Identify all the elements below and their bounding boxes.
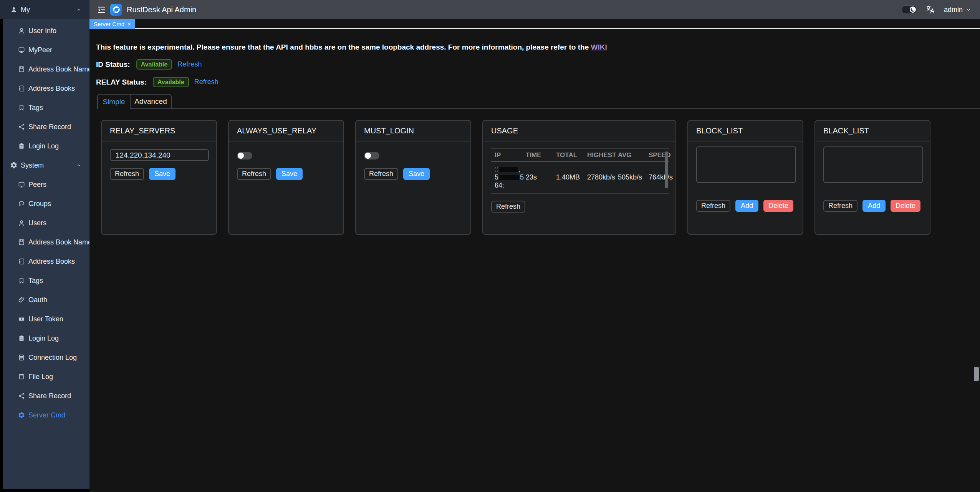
document-icon [18, 354, 25, 361]
header-actions: admin [902, 5, 972, 15]
user-menu[interactable]: admin [944, 6, 972, 14]
tabs-baseline [172, 108, 980, 109]
wiki-link[interactable]: WIKI [591, 43, 607, 51]
always-use-relay-switch[interactable] [237, 152, 252, 160]
book-icon [18, 65, 25, 73]
refresh-button[interactable]: Refresh [696, 200, 730, 212]
card-block-list: BLOCK_LIST Refresh Add Delete [687, 120, 803, 235]
page-scrollbar-thumb[interactable] [974, 367, 979, 381]
save-button[interactable]: Save [403, 168, 430, 180]
menu-fold-icon[interactable] [97, 5, 106, 15]
sidebar-item-tags[interactable]: Tags [3, 98, 89, 117]
sidebar-item-label: Users [28, 219, 46, 227]
sidebar-item-address-books[interactable]: Address Books [3, 79, 89, 98]
sidebar-item-label: Login Log [28, 334, 59, 342]
share-icon [18, 123, 25, 131]
user-icon [18, 219, 25, 227]
card-title: BLOCK_LIST [688, 121, 803, 141]
dark-mode-toggle[interactable] [902, 5, 917, 14]
chevron-up-icon [76, 162, 82, 168]
translate-icon[interactable] [925, 5, 935, 15]
sidebar-section-system[interactable]: System [3, 156, 89, 175]
sidebar-item-label: Address Books [28, 85, 75, 93]
relay-status-refresh-link[interactable]: Refresh [194, 78, 219, 86]
sidebar-section-label: My [21, 6, 30, 14]
close-icon[interactable]: × [127, 21, 131, 27]
id-status-badge: Available [136, 59, 172, 70]
sidebar-item-peers[interactable]: Peers [3, 175, 89, 194]
delete-button[interactable]: Delete [891, 200, 920, 212]
gear-filled-icon [18, 411, 25, 419]
tab-server-cmd[interactable]: Server Cmd × [89, 19, 135, 29]
sidebar-item-connection-log[interactable]: Connection Log [3, 348, 89, 367]
sidebar-item-login-log[interactable]: Login Log [3, 136, 89, 156]
user-icon [18, 27, 25, 35]
monitor-icon [18, 46, 25, 54]
sidebar-item-user-info[interactable]: User Info [3, 21, 89, 40]
sidebar-item-address-book-name[interactable]: Address Book Name [3, 60, 89, 79]
sidebar-item-users[interactable]: Users [3, 213, 89, 233]
delete-button[interactable]: Delete [763, 200, 793, 212]
sidebar-item-label: Oauth [28, 296, 47, 304]
must-login-switch[interactable] [364, 152, 379, 160]
sidebar-item-label: Address Book Names [28, 238, 89, 246]
col-total: TOTAL [553, 151, 584, 159]
tab-advanced[interactable]: Advanced [131, 94, 172, 109]
sidebar-item-oauth[interactable]: Oauth [3, 290, 89, 309]
clipboard-icon [18, 142, 25, 150]
black-list-textarea[interactable] [823, 146, 923, 183]
sidebar-section-my[interactable]: My [0, 0, 89, 19]
header: RustDesk Api Admin admin [89, 0, 980, 19]
ip-text: 5 [495, 173, 498, 181]
main-content: This feature is experimental. Please ens… [89, 29, 980, 492]
sidebar-item-tags-2[interactable]: Tags [3, 271, 89, 290]
relay-servers-input[interactable] [110, 149, 209, 161]
sidebar-item-share-record-2[interactable]: Share Record [3, 386, 89, 406]
add-button[interactable]: Add [735, 200, 758, 212]
sidebar-item-share-record[interactable]: Share Record [3, 117, 89, 136]
sidebar-item-user-token[interactable]: User Token [3, 309, 89, 329]
rustdesk-logo [110, 4, 122, 16]
refresh-button[interactable]: Refresh [491, 201, 525, 213]
id-status-refresh-link[interactable]: Refresh [177, 60, 202, 68]
sidebar-item-address-book-names[interactable]: Address Book Names [3, 233, 89, 252]
card-black-list: BLACK_LIST Refresh Add Delete [814, 120, 930, 235]
sidebar-item-server-cmd[interactable]: Server Cmd [3, 406, 89, 425]
sidebar-item-label: Server Cmd [28, 411, 65, 419]
ip-text: , [518, 165, 520, 173]
sidebar-item-file-log[interactable]: File Log [3, 367, 89, 386]
sidebar-item-address-books-2[interactable]: Address Books [3, 252, 89, 271]
card-must-login: MUST_LOGIN Refresh Save [355, 120, 471, 235]
tab-simple[interactable]: Simple [97, 94, 131, 109]
save-button[interactable]: Save [149, 168, 175, 180]
add-button[interactable]: Add [862, 200, 886, 212]
bookmark-icon [18, 277, 25, 284]
share-icon [18, 392, 25, 400]
card-relay-servers: RELAY_SERVERS Refresh Save [101, 120, 217, 235]
book-icon [18, 238, 25, 246]
block-list-textarea[interactable] [696, 146, 796, 183]
avg-cell: 505kb/s [614, 173, 645, 181]
save-button[interactable]: Save [276, 168, 303, 180]
ip-text: :: [495, 165, 498, 173]
monitor-icon [18, 181, 25, 188]
chat-bubble-icon [18, 200, 25, 208]
archive-box-icon [18, 373, 25, 381]
sidebar-item-label: MyPeer [28, 46, 52, 54]
sidebar-item-mypeer[interactable]: MyPeer [3, 40, 89, 60]
usage-table-row: ::, 55 64: 23s 1.40MB 2780kb/s 505kb/s 7… [491, 162, 669, 193]
gear-icon [10, 161, 18, 169]
card-title: ALWAYS_USE_RELAY [229, 121, 343, 141]
table-scrollbar-thumb[interactable] [665, 151, 668, 188]
sidebar-item-login-log-2[interactable]: Login Log [3, 329, 89, 348]
sidebar-item-groups[interactable]: Groups [3, 194, 89, 213]
open-tabs-bar: Server Cmd × [89, 19, 980, 29]
usage-table: IP TIME TOTAL HIGHEST AVG SPEED ::, 55 6… [491, 148, 669, 194]
refresh-button[interactable]: Refresh [823, 200, 858, 212]
refresh-button[interactable]: Refresh [364, 168, 398, 180]
moon-icon [910, 7, 916, 13]
card-title: RELAY_SERVERS [102, 121, 216, 141]
id-status-row: ID Status: Available Refresh [96, 59, 980, 70]
refresh-button[interactable]: Refresh [237, 168, 271, 180]
refresh-button[interactable]: Refresh [110, 168, 144, 180]
